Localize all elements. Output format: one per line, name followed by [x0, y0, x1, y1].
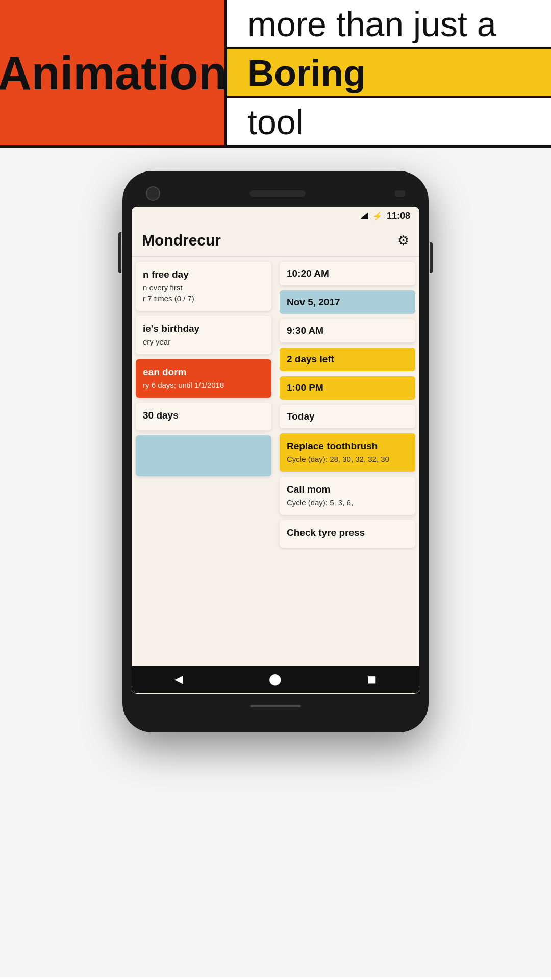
nav-back-button[interactable]: ◀ — [174, 673, 183, 686]
hero-title: Animation — [0, 50, 227, 96]
chip-time-930: 9:30 AM — [280, 319, 415, 342]
task-card-callmom[interactable]: Call mom Cycle (day): 5, 3, 6, — [280, 477, 415, 515]
hero-subtitle-middle: Boring — [247, 52, 366, 94]
task-freeday-detail: n every firstr 7 times (0 / 7) — [143, 282, 264, 304]
hero-subtitle-bottom: tool — [247, 102, 304, 142]
phone-top-bar — [132, 180, 419, 207]
chip-today: Today — [280, 405, 415, 428]
battery-icon: ⚡ — [372, 211, 383, 221]
task-birthday-name: ie's birthday — [143, 323, 264, 334]
right-column: 10:20 AM Nov 5, 2017 9:30 AM 2 days left… — [276, 257, 419, 693]
task-card-dorm[interactable]: ean dorm ry 6 days; until 1/1/2018 — [136, 359, 271, 398]
app-columns: n free day n every firstr 7 times (0 / 7… — [132, 257, 419, 693]
chip-date-nov5: Nov 5, 2017 — [280, 290, 415, 314]
task-card-blue[interactable] — [136, 435, 271, 476]
chip-time-100pm: 1:00 PM — [280, 376, 415, 400]
hero-subtitle-top: more than just a — [247, 4, 496, 44]
phone-speaker — [249, 190, 306, 197]
task-callmom-detail: Cycle (day): 5, 3, 6, — [287, 497, 408, 508]
phone-camera — [146, 186, 160, 201]
signal-icon — [360, 212, 368, 219]
task-card-tyre[interactable]: Check tyre press — [280, 520, 415, 548]
hero-row-top: more than just a — [227, 0, 551, 49]
task-card-toothbrush[interactable]: Replace toothbrush Cycle (day): 28, 30, … — [280, 433, 415, 472]
phone-bottom — [132, 694, 419, 718]
task-birthday-detail: ery year — [143, 336, 264, 347]
phone-screen: ⚡ 11:08 Mondrecur ⚙ n free day n every f… — [132, 207, 419, 694]
hero-right: more than just a Boring tool — [227, 0, 551, 145]
task-toothbrush-detail: Cycle (day): 28, 30, 32, 32, 30 — [287, 454, 408, 464]
phone-area: ⚡ 11:08 Mondrecur ⚙ n free day n every f… — [0, 148, 551, 977]
status-bar: ⚡ 11:08 — [132, 207, 419, 225]
hero-left: Animation — [0, 0, 227, 145]
task-dorm-detail: ry 6 days; until 1/1/2018 — [143, 380, 264, 390]
chip-daysleft: 2 days left — [280, 348, 415, 371]
hero-banner: Animation more than just a Boring tool — [0, 0, 551, 148]
hero-row-middle: Boring — [227, 49, 551, 98]
nav-recent-button[interactable]: ◼ — [367, 673, 377, 686]
task-tyre-name: Check tyre press — [287, 527, 408, 538]
home-indicator — [250, 705, 301, 707]
task-callmom-name: Call mom — [287, 484, 408, 495]
task-toothbrush-name: Replace toothbrush — [287, 440, 408, 452]
status-time: 11:08 — [387, 211, 410, 222]
task-card-30days[interactable]: 30 days — [136, 403, 271, 430]
app-content: n free day n every firstr 7 times (0 / 7… — [132, 257, 419, 693]
app-header: Mondrecur ⚙ — [132, 225, 419, 257]
app-title: Mondrecur — [142, 232, 221, 249]
task-dorm-name: ean dorm — [143, 366, 264, 378]
task-30days-name: 30 days — [143, 410, 264, 421]
left-column: n free day n every firstr 7 times (0 / 7… — [132, 257, 276, 693]
chip-time-1020: 10:20 AM — [280, 262, 415, 285]
hero-row-bottom: tool — [227, 98, 551, 145]
bottom-navigation: ◀ ⬤ ◼ — [132, 666, 419, 693]
phone-sensor — [395, 190, 405, 197]
task-card-freeday[interactable]: n free day n every firstr 7 times (0 / 7… — [136, 262, 271, 311]
task-freeday-name: n free day — [143, 269, 264, 280]
phone-mockup: ⚡ 11:08 Mondrecur ⚙ n free day n every f… — [122, 171, 429, 732]
task-card-birthday[interactable]: ie's birthday ery year — [136, 316, 271, 354]
nav-home-button[interactable]: ⬤ — [269, 673, 282, 686]
settings-icon[interactable]: ⚙ — [397, 233, 409, 249]
